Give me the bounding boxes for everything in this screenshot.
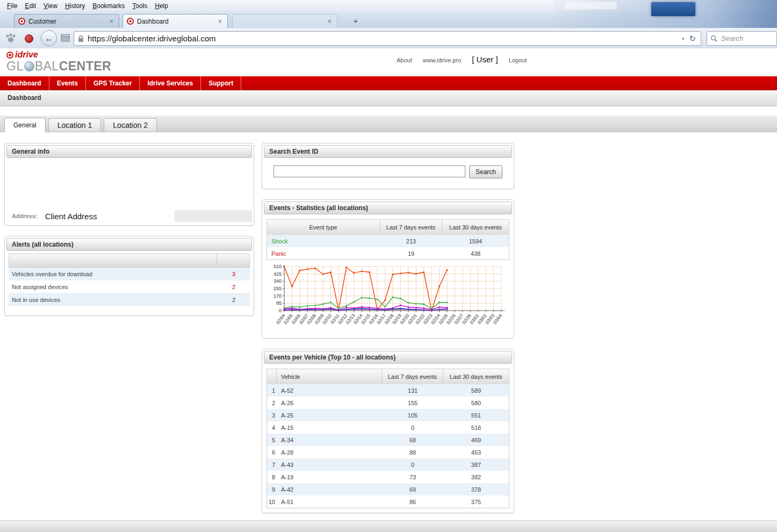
last30-value: 378 [443,486,509,493]
alert-label: Not assigned devices [9,284,218,290]
tab-close-icon[interactable]: × [107,17,115,25]
browser-search-input[interactable] [720,34,772,43]
row-index: 5 [267,437,277,443]
menu-bookmarks[interactable]: Bookmarks [89,1,128,11]
alert-row[interactable]: Not in use devices 2 [9,293,250,306]
nav-idrive-services[interactable]: Idrive Services [140,76,201,90]
panel-title: Search Event ID [264,145,512,158]
last30-value: 589 [443,387,509,394]
svg-text:03/04: 03/04 [492,313,503,325]
new-tab-button[interactable]: + [349,16,362,26]
last7-value: 88 [382,449,443,456]
nav-support[interactable]: Support [201,76,241,90]
header-links: About www.idrive.pro [ User ] Logout [397,55,527,64]
breadcrumb-label: Dashboard [8,94,41,102]
row-index: 9 [267,486,277,493]
back-button[interactable]: ← [41,30,57,46]
paw-icon[interactable] [4,33,17,46]
row-index: 1 [267,387,277,394]
alert-label: Vehicles overdue for download [9,271,218,277]
browser-tab-customer[interactable]: Customer × [14,14,119,28]
row-index: 10 [267,499,277,505]
last7-value: 73 [382,474,443,480]
page-bottom-bar [0,520,777,532]
page-tabstrip: General Location 1 Location 2 [0,116,777,132]
alert-count: 2 [218,284,250,290]
alert-row[interactable]: Not assigned devices 2 [9,281,250,293]
vehicle-name: A-28 [277,449,382,456]
nav-events[interactable]: Events [49,76,86,90]
record-icon[interactable] [25,34,33,43]
tab-title: Customer [28,18,107,25]
nav-gps-tracker[interactable]: GPS Tracker [86,76,140,90]
spacer [0,106,777,116]
last30-value: 469 [443,437,509,443]
vehicle-name: A-25 [277,412,382,419]
panel-title: Events - Statistics (all locations) [264,202,512,214]
logo-gl-text: GL [6,60,24,73]
panel-title: Alerts (all locations) [6,238,252,251]
table-row: 5 A-34 68 469 [267,434,509,446]
menu-help[interactable]: Help [151,1,172,11]
reload-icon[interactable]: ↻ [688,34,697,44]
table-row: 2 A-26 155 580 [267,397,509,409]
column-header: Event type [267,220,380,235]
url-dropdown-icon[interactable]: ▾ [678,36,688,41]
tab-location-1[interactable]: Location 1 [48,118,102,132]
menu-edit[interactable]: Edit [21,1,40,11]
about-link[interactable]: About [397,57,412,63]
row-index: 3 [267,412,277,419]
table-row: Shock 213 1594 [267,235,509,247]
url-bar[interactable]: https://globalcenter.idriveglobal.com ▾ … [74,31,701,46]
user-link[interactable]: [ User ] [472,55,498,64]
table-row: 4 A-15 0 518 [267,421,509,434]
site-logo[interactable]: idrive GL BAL CENTER [6,50,111,73]
logout-link[interactable]: Logout [509,57,527,63]
url-text[interactable]: https://globalcenter.idriveglobal.com [88,34,678,43]
alert-count: 2 [218,297,250,303]
menu-view[interactable]: View [40,1,61,11]
nav-dashboard[interactable]: Dashboard [0,76,49,90]
browser-search[interactable] [707,31,777,46]
browser-tab-empty[interactable]: × [232,14,337,28]
browser-tab-dashboard[interactable]: Dashboard × [123,14,228,28]
logo-center-text: CENTER [59,60,112,73]
row-index: 4 [267,425,277,431]
svg-text:425: 425 [274,271,282,277]
last30-value: 453 [443,449,509,456]
logo-bal-text: BAL [35,60,59,73]
last30-value: 580 [443,400,509,406]
vehicle-name: A-34 [277,437,382,443]
events-stats-panel: Events - Statistics (all locations) Even… [262,199,514,339]
tab-location-2[interactable]: Location 2 [104,118,157,132]
table-header-row: Vehicle Last 7 days events Last 30 days … [267,369,509,384]
idrive-logo-icon [6,52,13,59]
tab-general[interactable]: General [4,118,46,132]
vehicle-name: A-19 [277,474,382,480]
screen: File Edit View History Bookmarks Tools H… [0,0,777,532]
menu-history[interactable]: History [61,1,89,11]
events-chart-wrap: 08517025534042551002/0402/0502/0602/0702… [268,263,510,332]
menu-file[interactable]: File [3,1,21,11]
events-per-vehicle-panel: Events per Vehicle (Top 10 - all locatio… [262,349,514,513]
browser-navbar: ← https://globalcenter.idriveglobal.com … [0,28,777,49]
column-header: Last 7 days events [380,220,442,235]
archive-icon[interactable] [61,34,70,44]
tab-title: Dashboard [137,18,216,25]
tab-close-icon[interactable]: × [326,17,333,25]
vehicle-name: A-15 [277,425,382,431]
table-row: 9 A-42 69 378 [267,483,509,495]
svg-text:0: 0 [279,308,282,313]
last7-value: 68 [382,437,443,443]
back-arrow-icon: ← [45,34,53,43]
last30-value: 387 [443,462,509,468]
event-search-button[interactable]: Search [469,166,502,178]
menu-tools[interactable]: Tools [128,1,151,11]
alert-row[interactable]: Vehicles overdue for download 3 [9,268,250,281]
vehicle-name: A-43 [277,462,382,468]
site-url-link[interactable]: www.idrive.pro [423,57,462,63]
last7-value: 105 [382,412,443,419]
tab-close-icon[interactable]: × [216,17,224,25]
table-row: 1 A-52 131 589 [267,384,509,397]
event-id-input[interactable] [274,166,465,177]
